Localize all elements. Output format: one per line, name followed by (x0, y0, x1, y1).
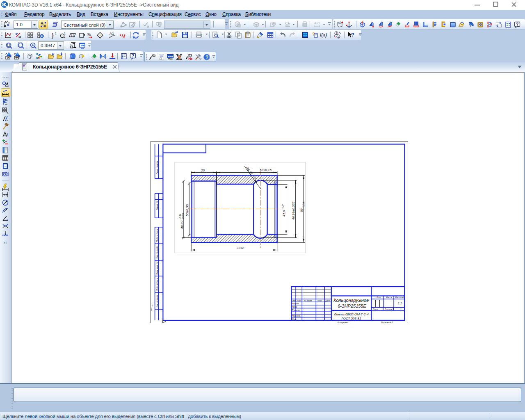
svg-text:46,99±0,025: 46,99±0,025 (292, 201, 295, 220)
svg-text:1: 1 (400, 308, 402, 310)
svg-text:A±1: A±1 (314, 21, 320, 25)
svg-text:f(x): f(x) (320, 32, 327, 38)
svg-text:Лит.: Лит. (376, 297, 381, 299)
svg-text:?: ? (205, 55, 208, 60)
svg-text:Листов 1: Листов 1 (384, 308, 394, 310)
svg-text:№ докум.: № докум. (304, 300, 312, 302)
svg-text:-0,005: -0,005 (182, 212, 184, 219)
svg-text:Подп. и дата: Подп. и дата (156, 278, 158, 291)
svg-text:?: ? (516, 22, 518, 27)
svg-text:-0,005: -0,005 (302, 201, 305, 208)
svg-text:Лист: Лист (296, 300, 301, 302)
svg-text:2: 2 (338, 35, 339, 38)
svg-text:Н.контр.: Н.контр. (292, 315, 301, 317)
svg-text:Кольцонаружное: Кольцонаружное (333, 298, 369, 303)
svg-text:Взам. инв. №: Взам. инв. № (156, 262, 158, 275)
svg-text:?: ? (351, 32, 354, 38)
svg-text:50±0,15: 50±0,15 (260, 168, 272, 172)
svg-text:Справ. №: Справ. № (156, 201, 158, 210)
svg-text:50±0,35: 50±0,35 (185, 204, 189, 216)
svg-text:ГОСТ 503-81: ГОСТ 503-81 (342, 317, 361, 320)
svg-text:Изм: Изм (292, 300, 296, 302)
svg-text:70±2: 70±2 (237, 246, 244, 250)
svg-text:46,80: 46,80 (180, 220, 184, 229)
svg-text:41,6: 41,6 (282, 210, 286, 217)
svg-text:Подп.: Подп. (317, 300, 322, 302)
svg-text:}: } (52, 32, 54, 39)
svg-text:Дата: Дата (325, 300, 331, 302)
svg-text:Т.контр.: Т.контр. (292, 309, 300, 311)
svg-text:Перв. примен.: Перв. примен. (156, 160, 158, 174)
svg-text:Утв.: Утв. (292, 318, 297, 320)
svg-text:Масштаб: Масштаб (395, 297, 404, 299)
svg-text:Пров.: Пров. (292, 306, 297, 308)
svg-text:A1: A1 (110, 32, 114, 36)
svg-text:Лента 08КП-ОМ-Т-2-4: Лента 08КП-ОМ-Т-2-4 (333, 313, 369, 316)
svg-text:?: ? (132, 54, 134, 58)
svg-text:Масса: Масса (386, 297, 392, 299)
svg-text:1: 1 (64, 32, 66, 35)
svg-text:Подп. и дата: Подп. и дата (156, 229, 158, 242)
svg-text:Лист: Лист (372, 308, 378, 310)
svg-text:№: № (188, 57, 192, 61)
svg-text:20: 20 (201, 169, 205, 172)
svg-text:55: 55 (300, 208, 304, 212)
svg-text:-0,34: -0,34 (281, 203, 284, 209)
svg-text:‰: ‰ (87, 32, 91, 37)
svg-text:1: 1 (55, 32, 57, 35)
svg-text:1.1: 1.1 (71, 34, 75, 37)
svg-text:1:1: 1:1 (398, 302, 402, 305)
svg-text:1: 1 (336, 32, 337, 35)
svg-text:Инв. № подл.: Инв. № подл. (156, 294, 158, 307)
svg-text:ТШ: ТШ (168, 58, 173, 61)
svg-text:Инв. № дубл.: Инв. № дубл. (156, 246, 158, 258)
svg-text:6-ЗНР25155Е: 6-ЗНР25155Е (338, 304, 366, 308)
svg-text:Разраб.: Разраб. (292, 302, 299, 305)
svg-text:+0,14: +0,14 (179, 214, 181, 219)
svg-text:Формат А3: Формат А3 (381, 321, 393, 324)
svg-text:Копировал: Копировал (338, 321, 348, 324)
